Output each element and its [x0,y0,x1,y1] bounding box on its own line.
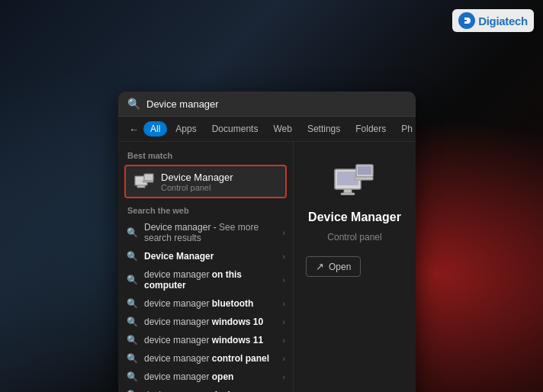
web-result-text-5: device manager windows 11 [144,335,276,345]
web-result-arrow-7: › [282,372,285,381]
best-match-item[interactable]: Device Manager Control panel [124,165,287,198]
web-result-6[interactable]: 🔍 device manager control panel › [118,349,293,368]
search-icon: 🔍 [127,98,140,110]
open-button[interactable]: ↗ Open [306,256,361,277]
search-panel: 🔍 ← All Apps Documents Web Settings Fold… [118,92,416,392]
tab-apps[interactable]: Apps [169,121,203,137]
web-result-text-7: device manager open [144,371,276,382]
web-result-5[interactable]: 🔍 device manager windows 11 › [118,331,293,349]
search-web-icon-7: 🔍 [126,371,138,382]
svg-rect-4 [144,174,153,181]
web-result-text-3: device manager bluetooth [144,298,276,309]
search-web-icon-0: 🔍 [126,227,138,238]
search-web-icon-5: 🔍 [126,335,138,345]
web-result-text-6: device manager control panel [144,353,276,364]
web-result-1[interactable]: 🔍 Device Manager › [118,247,293,265]
web-result-arrow-1: › [282,252,285,261]
web-result-text-1: Device Manager [144,251,276,262]
search-web-icon-3: 🔍 [126,298,138,309]
open-label: Open [329,262,351,272]
panel-body: Best match Device Manager Control pane [118,142,416,392]
search-web-icon-1: 🔍 [126,251,138,262]
web-result-arrow-5: › [282,336,285,345]
preview-title: Device Manager [308,210,401,224]
web-result-8[interactable]: 🔍 device manager device › [118,386,293,392]
search-web-icon-4: 🔍 [126,316,138,327]
search-box: 🔍 [118,92,416,117]
search-input[interactable] [146,98,406,110]
tab-back-button[interactable]: ← [126,122,142,137]
best-match-text: Device Manager Control panel [161,172,233,192]
left-results: Best match Device Manager Control pane [118,142,294,392]
tab-web[interactable]: Web [266,121,298,137]
svg-rect-8 [344,189,352,193]
svg-rect-3 [137,185,145,188]
svg-rect-11 [358,166,371,175]
web-result-text-0: Device manager - See more search results [144,222,276,243]
web-result-3[interactable]: 🔍 device manager bluetooth › [118,294,293,313]
preview-subtitle: Control panel [327,232,381,243]
web-result-text-2: device manager on this computer [144,269,276,291]
search-web-label: Search the web [118,200,293,218]
svg-rect-1 [463,20,467,21]
tab-documents[interactable]: Documents [205,121,265,137]
web-result-arrow-3: › [282,299,285,308]
logo-text: Digiatech [478,14,528,27]
device-manager-icon-large [333,160,376,203]
filter-tabs: ← All Apps Documents Web Settings Folder… [118,117,416,142]
web-result-arrow-4: › [282,317,285,326]
tab-ph[interactable]: Ph [394,121,416,137]
web-result-4[interactable]: 🔍 device manager windows 10 › [118,313,293,331]
open-arrow-icon: ↗ [316,261,324,272]
web-result-arrow-0: › [282,228,285,237]
web-result-text-4: device manager windows 10 [144,316,276,327]
tab-all[interactable]: All [143,121,167,137]
svg-rect-9 [341,193,355,195]
best-match-subtitle: Control panel [161,183,233,192]
web-result-2[interactable]: 🔍 device manager on this computer › [118,265,293,294]
device-manager-icon-small [133,171,155,192]
svg-rect-12 [355,177,373,180]
best-match-title: Device Manager [161,172,233,183]
search-web-icon-6: 🔍 [126,353,138,364]
right-preview: Device Manager Control panel ↗ Open [294,142,416,392]
tab-folders[interactable]: Folders [349,121,393,137]
tab-settings[interactable]: Settings [300,121,347,137]
web-result-arrow-2: › [282,275,285,284]
search-web-icon-2: 🔍 [126,275,138,285]
web-result-0[interactable]: 🔍 Device manager - See more search resul… [118,218,293,247]
web-result-7[interactable]: 🔍 device manager open › [118,368,293,386]
web-result-arrow-6: › [282,354,285,363]
best-match-label: Best match [118,148,293,163]
digiatech-logo: Digiatech [452,9,534,32]
logo-icon [458,12,475,29]
svg-rect-5 [143,181,153,182]
